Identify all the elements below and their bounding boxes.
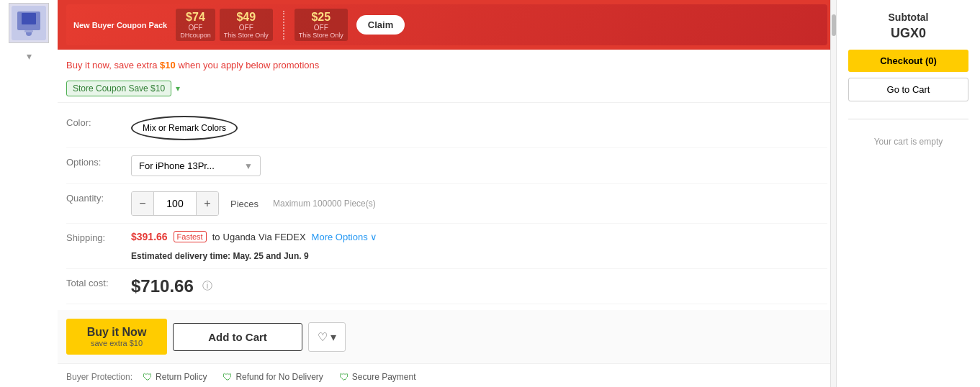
shipping-value: $391.66 Fastest to Uganda Via FEDEX More… — [131, 231, 827, 261]
claim-button[interactable]: Claim — [356, 15, 405, 35]
coupon-amount-3: $25 — [299, 11, 343, 24]
right-sidebar: Subtotal UGX0 Checkout (0) Go to Cart Yo… — [836, 0, 980, 387]
more-options-link[interactable]: More Options ∨ — [312, 232, 378, 242]
quantity-increase-button[interactable]: + — [197, 192, 218, 215]
coupon-off-label-1: OFF — [180, 24, 211, 32]
buy-now-text: Buy it now, save extra — [66, 60, 160, 70]
buyer-protection-row: Buyer Protection: 🛡 Return Policy 🛡 Refu… — [58, 363, 836, 387]
subtotal-value: UGX0 — [891, 26, 926, 41]
options-label: Options: — [66, 155, 131, 168]
color-row: Color: Mix or Remark Colors — [66, 109, 827, 148]
color-label: Color: — [66, 116, 131, 128]
action-row: Buy it Now save extra $10 Add to Cart ♡ … — [58, 310, 836, 363]
shipping-via: Via FEDEX — [259, 232, 306, 242]
store-coupon-arrow: ▾ — [176, 83, 180, 94]
coupon-off-label-3: OFF — [299, 24, 343, 32]
fastest-badge: Fastest — [174, 231, 207, 242]
left-panel: ▾ — [0, 0, 58, 387]
wishlist-heart-icon: ♡ — [318, 330, 328, 344]
coupon-off-item-1: $74 OFF DHcoupon — [176, 9, 215, 41]
store-coupon-badge[interactable]: Store Coupon Save $10 — [66, 81, 171, 96]
dropdown-arrow-icon: ▼ — [244, 161, 253, 171]
coupon-off-block: $74 OFF DHcoupon $49 OFF This Store Only… — [176, 9, 348, 41]
more-options-text: More Options — [312, 232, 368, 242]
wishlist-button[interactable]: ♡ ▾ — [308, 322, 346, 352]
color-option-text: Mix or Remark Colors — [143, 123, 226, 133]
more-options-arrow: ∨ — [370, 232, 377, 242]
coupon-banner-inner: New Buyer Coupon Pack $74 OFF DHcoupon $… — [66, 4, 827, 45]
coupon-divider — [283, 11, 284, 40]
scrollbar[interactable] — [830, 0, 836, 387]
protection-item-2: 🛡 Refund for No Delivery — [222, 371, 323, 383]
protection-item-1: 🛡 Return Policy — [143, 371, 207, 383]
coupon-off-label-2: OFF — [224, 24, 269, 32]
total-value: $710.66 ⓘ — [131, 276, 827, 296]
color-option-mix[interactable]: Mix or Remark Colors — [131, 116, 238, 140]
delivery-time-label: Estimated delivery time: — [131, 251, 230, 261]
coupon-off-item-3: $25 OFF This Store Only — [295, 9, 348, 41]
coupon-off-item-2: $49 OFF This Store Only — [220, 9, 273, 41]
shield-icon-1: 🛡 — [143, 371, 153, 383]
svg-rect-4 — [24, 30, 33, 32]
subtotal-label: Subtotal — [889, 12, 929, 23]
shipping-price: $391.66 — [131, 231, 168, 242]
coupon-off-desc-3: This Store Only — [299, 32, 343, 39]
quantity-max: Maximum 100000 Piece(s) — [273, 199, 376, 209]
options-dropdown[interactable]: For iPhone 13Pr... ▼ — [131, 155, 261, 176]
store-coupon-row: Store Coupon Save $10 ▾ — [58, 79, 836, 102]
total-label: Total cost: — [66, 276, 131, 288]
svg-rect-2 — [22, 13, 36, 24]
delivery-dates: May. 25 and Jun. 9 — [233, 251, 308, 261]
product-thumbnail[interactable] — [9, 3, 49, 43]
options-selected: For iPhone 13Pr... — [139, 160, 215, 171]
coupon-banner: New Buyer Coupon Pack $74 OFF DHcoupon $… — [58, 0, 836, 50]
wishlist-arrow-icon: ▾ — [331, 330, 336, 344]
shipping-to: to — [212, 232, 220, 242]
checkout-button[interactable]: Checkout (0) — [848, 50, 968, 72]
main-content: New Buyer Coupon Pack $74 OFF DHcoupon $… — [58, 0, 836, 387]
scrollbar-thumb[interactable] — [832, 14, 836, 36]
buy-now-suffix: when you apply below promotions — [176, 60, 319, 70]
sidebar-divider — [848, 119, 968, 119]
empty-cart-message: Your cart is empty — [874, 137, 943, 147]
shipping-country: Uganda — [223, 232, 256, 242]
shield-icon-3: 🛡 — [339, 371, 349, 383]
buy-now-label: Buy it Now — [87, 326, 147, 338]
protection-text-1: Return Policy — [156, 372, 207, 382]
quantity-value: − + Pieces Maximum 100000 Piece(s) — [131, 191, 827, 216]
quantity-pieces: Pieces — [230, 199, 259, 209]
quantity-label: Quantity: — [66, 191, 131, 204]
options-row: Options: For iPhone 13Pr... ▼ — [66, 148, 827, 184]
shield-icon-2: 🛡 — [222, 371, 233, 383]
buy-now-banner: Buy it now, save extra $10 when you appl… — [58, 55, 836, 75]
detail-section: Color: Mix or Remark Colors Options: For… — [58, 102, 836, 310]
scroll-down-arrow[interactable]: ▾ — [20, 47, 37, 65]
info-icon[interactable]: ⓘ — [202, 280, 212, 293]
coupon-off-desc-1: DHcoupon — [180, 32, 211, 39]
total-price: $710.66 — [131, 276, 194, 296]
quantity-stepper: − + — [131, 191, 219, 216]
go-to-cart-button[interactable]: Go to Cart — [848, 78, 968, 101]
shipping-info-row: $391.66 Fastest to Uganda Via FEDEX More… — [131, 231, 377, 242]
page-wrapper: ▾ New Buyer Coupon Pack $74 OFF DHcoupon… — [0, 0, 980, 387]
quantity-input[interactable] — [153, 192, 197, 215]
protection-text-3: Secure Payment — [352, 372, 416, 382]
shipping-label: Shipping: — [66, 231, 131, 243]
quantity-decrease-button[interactable]: − — [132, 192, 153, 215]
buyer-protection-label: Buyer Protection: — [66, 372, 132, 382]
protection-item-3: 🛡 Secure Payment — [339, 371, 416, 383]
coupon-off-desc-2: This Store Only — [224, 32, 269, 39]
color-value: Mix or Remark Colors — [131, 116, 827, 140]
buy-now-button[interactable]: Buy it Now save extra $10 — [66, 319, 167, 355]
options-value: For iPhone 13Pr... ▼ — [131, 155, 827, 176]
coupon-title: New Buyer Coupon Pack — [73, 21, 167, 29]
protection-text-2: Refund for No Delivery — [235, 372, 323, 382]
add-to-cart-button[interactable]: Add to Cart — [173, 323, 302, 351]
total-cost-row: Total cost: $710.66 ⓘ — [66, 269, 827, 304]
coupon-amount-2: $49 — [224, 11, 269, 24]
buy-now-save-label: save extra $10 — [84, 339, 150, 347]
shipping-row: Shipping: $391.66 Fastest to Uganda Via … — [66, 224, 827, 269]
quantity-row: Quantity: − + Pieces Maximum 100000 Piec… — [66, 184, 827, 224]
coupon-amount-1: $74 — [180, 11, 211, 24]
buy-now-amount: $10 — [160, 60, 176, 70]
